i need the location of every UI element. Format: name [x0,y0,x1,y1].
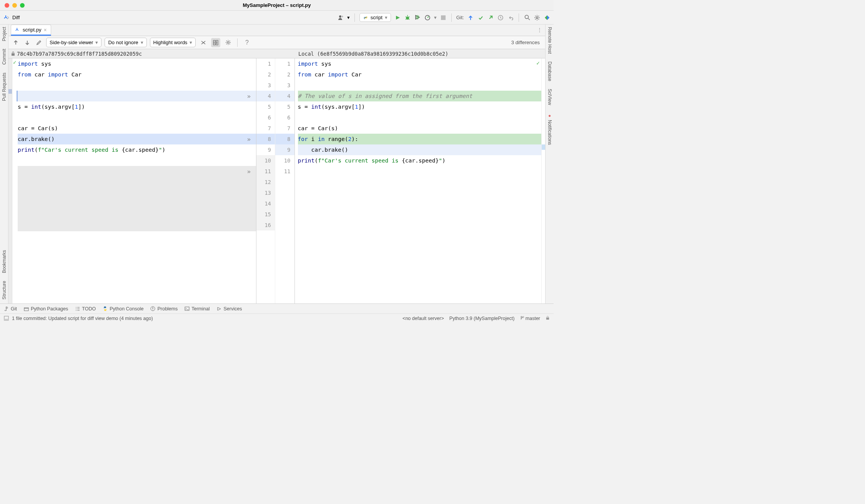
left-inactive-region [18,166,256,231]
left-tool-strip: Project Commit Pull Requests Bookmarks S… [0,25,8,303]
settings-icon[interactable] [534,14,541,21]
breadcrumb[interactable]: Diff [12,15,20,20]
prev-diff-icon[interactable] [12,38,20,47]
collapse-unchanged-icon[interactable] [199,38,208,47]
svg-point-5 [525,15,528,19]
viewer-mode-dropdown[interactable]: Side-by-side viewer▾ [46,38,101,47]
tool-git[interactable]: Git [4,306,17,312]
svg-rect-15 [4,319,8,320]
python-icon [363,15,368,20]
sidebar-item-sciview[interactable]: SciView [547,89,552,105]
sidebar-item-project[interactable]: Project [2,27,7,41]
highlight-mode-dropdown[interactable]: Highlight words▾ [150,38,196,47]
minimize-window-button[interactable] [12,3,17,8]
status-server[interactable]: <no default server> [403,316,444,321]
sidebar-item-pull-requests[interactable]: Pull Requests [2,73,7,101]
left-pane[interactable]: ✓ import sys from car import Car s = int… [12,58,256,303]
file-tabs: script.py × ⋮ [8,25,545,36]
coverage-icon[interactable] [414,14,421,21]
ignore-mode-dropdown[interactable]: Do not ignore▾ [105,38,146,47]
left-overview-strip[interactable] [8,58,12,303]
status-branch[interactable]: master [520,316,540,321]
diff-count: 3 differences [511,40,542,45]
code-line: from car import Car [18,69,256,80]
git-label: Git: [456,15,464,20]
file-tab-script[interactable]: script.py × [11,25,51,36]
close-window-button[interactable] [5,3,9,8]
titlebar: MySampleProject – script.py [0,0,554,11]
git-pull-icon[interactable] [467,14,474,21]
status-commit-msg: 1 file committed: Updated script for dif… [12,316,153,321]
sync-scroll-icon[interactable] [211,38,220,47]
tool-problems[interactable]: Problems [150,306,178,312]
inspection-ok-icon: ✓ [13,59,17,65]
window-controls [0,3,25,8]
revision-header: 78c4b7b97a78759c69c8dff8f7185d809202059c… [8,49,545,58]
chevron-down-icon[interactable]: ▾ [434,15,437,20]
code-line: car = Car(s) [298,123,542,134]
code-line [298,80,542,91]
diff-file-icon [15,27,20,33]
sidebar-item-notifications[interactable]: ●Notifications [547,113,552,145]
tool-services[interactable]: Services [216,306,242,312]
run-icon[interactable] [394,14,401,21]
code-line: s = int(sys.argv[1]) [298,101,542,112]
editor-area: script.py × ⋮ Side-by-side viewer▾ Do no… [8,25,545,303]
tool-terminal[interactable]: Terminal [185,306,210,312]
status-interpreter[interactable]: Python 3.9 (MySampleProject) [449,316,515,321]
sidebar-item-database[interactable]: Database [547,61,552,81]
status-panel-icon[interactable] [4,316,9,321]
run-config-name: script [371,15,383,20]
lock-icon [11,51,15,56]
code-line: print(f"Car's current speed is {car.spee… [18,144,256,155]
close-tab-icon[interactable]: × [43,27,47,33]
status-bar: 1 file committed: Updated script for dif… [0,313,554,323]
jetbrains-icon[interactable] [544,14,551,21]
profiler-icon[interactable] [424,14,431,21]
diff-settings-icon[interactable] [223,38,233,47]
code-line [18,155,256,166]
run-config-selector[interactable]: script ▾ [359,13,391,22]
file-tab-label: script.py [23,27,41,33]
search-icon[interactable] [524,14,531,21]
git-history-icon[interactable] [497,14,504,21]
right-overview-strip[interactable] [541,58,545,303]
fullscreen-window-button[interactable] [20,3,25,8]
svg-point-6 [536,17,538,18]
stop-icon[interactable] [440,14,447,21]
tool-python-packages[interactable]: Python Packages [24,306,68,312]
tab-options-icon[interactable]: ⋮ [537,27,542,33]
sidebar-item-bookmarks[interactable]: Bookmarks [2,250,7,273]
code-line: car.brake() [298,144,542,155]
bottom-tool-bar: Git Python Packages TODO Python Console … [0,303,554,313]
tool-todo[interactable]: TODO [75,306,96,312]
sidebar-item-structure[interactable]: Structure [2,281,7,300]
code-line: import sys [298,58,542,69]
line-number-gutter: 1 2 3 4 5 6 7 8 9 10 11 12 13 14 15 16 [256,58,295,303]
sidebar-item-remote-host[interactable]: Remote Host [547,27,552,54]
diff-icon [3,14,10,21]
svg-rect-16 [546,317,549,320]
lock-icon[interactable] [546,316,550,321]
right-pane[interactable]: ✓ import sys from car import Car # The v… [295,58,542,303]
code-line [18,80,256,91]
git-commit-icon[interactable] [477,14,484,21]
git-push-icon[interactable] [487,14,494,21]
tool-python-console[interactable]: Python Console [103,306,143,312]
edit-src-icon[interactable] [35,38,43,47]
chevron-down-icon[interactable]: ▾ [347,15,350,20]
code-line [298,112,542,123]
next-diff-icon[interactable] [23,38,32,47]
user-icon[interactable] [337,14,344,21]
git-rollback-icon[interactable] [507,14,514,21]
diff-view: ✓ import sys from car import Car s = int… [8,58,545,303]
debug-icon[interactable] [404,14,411,21]
right-revision-label: Local (6e8f5569b9d0a878a98169399236c10d0… [298,51,448,57]
help-icon[interactable]: ? [242,38,251,47]
main-body: Project Commit Pull Requests Bookmarks S… [0,25,554,303]
inspection-ok-icon: ✓ [536,60,540,66]
code-line: car = Car(s) [18,123,256,134]
code-line: car.brake() [18,134,256,144]
svg-rect-11 [24,308,28,311]
sidebar-item-commit[interactable]: Commit [2,49,7,65]
